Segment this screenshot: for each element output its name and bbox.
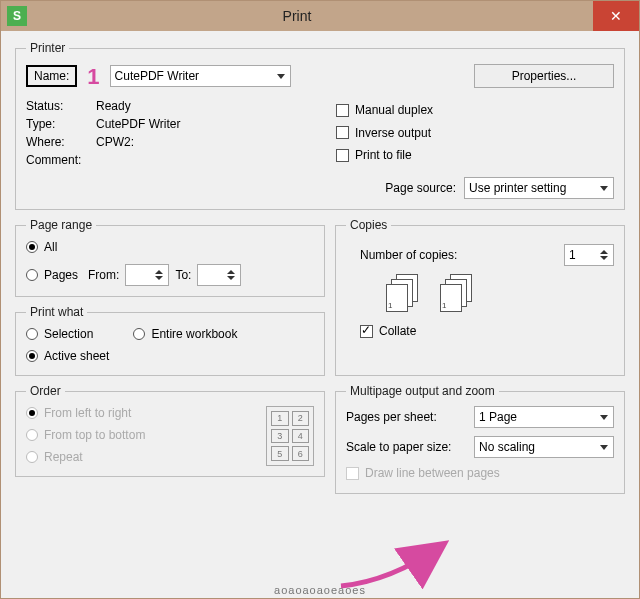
- radio-dot-icon: [26, 451, 38, 463]
- page-source-combo[interactable]: Use printer setting: [464, 177, 614, 199]
- inverse-output-checkbox[interactable]: Inverse output: [336, 126, 431, 140]
- pages-per-sheet-label: Pages per sheet:: [346, 410, 466, 424]
- page-range-pages-radio[interactable]: Pages: [26, 268, 78, 282]
- order-top-to-bottom-radio: From top to bottom: [26, 428, 145, 442]
- close-icon: ✕: [610, 8, 622, 24]
- order-repeat-radio: Repeat: [26, 450, 83, 464]
- draw-line-checkbox: Draw line between pages: [346, 466, 500, 480]
- copies-group: Copies Number of copies: 1 3 2 1: [335, 218, 625, 376]
- page-range-from-label: From:: [88, 268, 119, 282]
- checkbox-box-icon: [336, 104, 349, 117]
- copies-number-spinner[interactable]: 1: [564, 244, 614, 266]
- radio-dot-icon: [26, 350, 38, 362]
- print-what-group: Print what Selection Entire workbook: [15, 305, 325, 376]
- annotation-arrow: [331, 531, 491, 591]
- properties-button[interactable]: Properties...: [474, 64, 614, 88]
- print-what-legend: Print what: [26, 305, 87, 319]
- page-range-from-spinner[interactable]: [125, 264, 169, 286]
- print-what-active-sheet-radio[interactable]: Active sheet: [26, 349, 109, 363]
- page-range-group: Page range All Pages From:: [15, 218, 325, 297]
- pages-per-sheet-combo[interactable]: 1 Page: [474, 406, 614, 428]
- page-stack-icon: 3 2 1: [440, 274, 476, 314]
- print-to-file-checkbox[interactable]: Print to file: [336, 148, 412, 162]
- printer-name-label: Name:: [26, 65, 77, 87]
- collate-checkbox[interactable]: Collate: [360, 324, 416, 338]
- printer-type-label: Type:: [26, 117, 96, 131]
- close-button[interactable]: ✕: [593, 1, 639, 31]
- printer-where-label: Where:: [26, 135, 96, 149]
- printer-group: Printer Name: 1 CutePDF Writer Propertie…: [15, 41, 625, 210]
- page-stack-icon: 3 2 1: [386, 274, 422, 314]
- page-range-to-spinner[interactable]: [197, 264, 241, 286]
- checkbox-box-icon: [336, 149, 349, 162]
- dropdown-arrow-icon: [274, 66, 288, 86]
- scale-to-paper-combo[interactable]: No scaling: [474, 436, 614, 458]
- copies-legend: Copies: [346, 218, 391, 232]
- checkbox-box-icon: [346, 467, 359, 480]
- print-dialog: S Print ✕ Printer Name: 1 CutePDF Writer…: [0, 0, 640, 599]
- spinner-arrows-icon: [597, 245, 611, 265]
- dropdown-arrow-icon: [597, 178, 611, 198]
- page-source-label: Page source:: [385, 181, 456, 195]
- dropdown-arrow-icon: [597, 437, 611, 457]
- spinner-arrows-icon: [224, 265, 238, 285]
- radio-dot-icon: [26, 328, 38, 340]
- page-range-all-radio[interactable]: All: [26, 240, 57, 254]
- multipage-group: Multipage output and zoom Pages per shee…: [335, 384, 625, 494]
- printer-comment-label: Comment:: [26, 153, 96, 167]
- radio-dot-icon: [26, 429, 38, 441]
- page-range-legend: Page range: [26, 218, 96, 232]
- printer-name-value: CutePDF Writer: [115, 69, 199, 83]
- window-title: Print: [1, 8, 593, 24]
- radio-dot-icon: [26, 407, 38, 419]
- collate-preview: 3 2 1 3 2 1: [386, 274, 614, 314]
- page-range-to-label: To:: [175, 268, 191, 282]
- printer-type-value: CutePDF Writer: [96, 117, 180, 131]
- print-what-entire-workbook-radio[interactable]: Entire workbook: [133, 327, 237, 341]
- spinner-arrows-icon: [152, 265, 166, 285]
- copies-number-label: Number of copies:: [346, 248, 554, 262]
- dropdown-arrow-icon: [597, 407, 611, 427]
- order-preview-grid: 1 2 3 4 5 6: [266, 406, 314, 466]
- printer-status-value: Ready: [96, 99, 131, 113]
- scale-to-paper-label: Scale to paper size:: [346, 440, 466, 454]
- printer-status-label: Status:: [26, 99, 96, 113]
- radio-dot-icon: [133, 328, 145, 340]
- titlebar: S Print ✕: [1, 1, 639, 31]
- radio-dot-icon: [26, 241, 38, 253]
- radio-dot-icon: [26, 269, 38, 281]
- checkbox-box-icon: [336, 126, 349, 139]
- manual-duplex-checkbox[interactable]: Manual duplex: [336, 103, 433, 117]
- printer-legend: Printer: [26, 41, 69, 55]
- print-what-selection-radio[interactable]: Selection: [26, 327, 93, 341]
- checkbox-box-icon: [360, 325, 373, 338]
- printer-name-combo[interactable]: CutePDF Writer: [110, 65, 291, 87]
- garbled-text: aoaoaoaoeaoes: [1, 584, 639, 596]
- order-legend: Order: [26, 384, 65, 398]
- annotation-marker-1: 1: [87, 64, 99, 90]
- order-left-to-right-radio: From left to right: [26, 406, 131, 420]
- order-group: Order From left to right From top to bot…: [15, 384, 325, 477]
- multipage-legend: Multipage output and zoom: [346, 384, 499, 398]
- printer-where-value: CPW2:: [96, 135, 134, 149]
